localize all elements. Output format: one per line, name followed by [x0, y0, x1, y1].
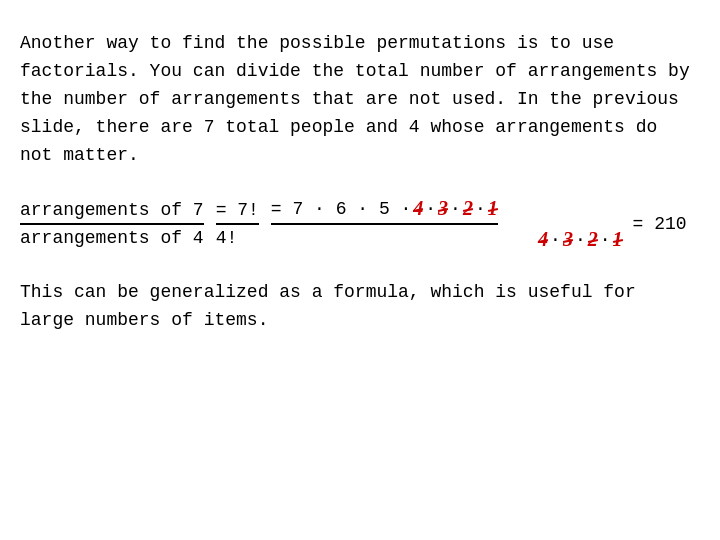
crossed-1-bottom: 1 — [613, 228, 623, 251]
expanded-fraction: = 7 · 6 · 5 · 4 · 3 · 2 · 1 4 · 3 · 2 — [271, 197, 623, 251]
conclusion-paragraph: This can be generalized as a formula, wh… — [20, 279, 700, 335]
dot1-top: · — [425, 199, 436, 219]
crossed-2-top: 2 — [463, 197, 473, 220]
numerator-prefix: = 7 · 6 · 5 · — [271, 199, 411, 219]
factorial-numerator: = 7! — [216, 200, 259, 225]
crossed-3-top: 3 — [438, 197, 448, 220]
crossed-1-top: 1 — [488, 197, 498, 220]
crossed-4-bottom: 4 — [538, 228, 548, 251]
crossed-2-bottom: 2 — [588, 228, 598, 251]
intro-text: Another way to find the possible permuta… — [20, 33, 690, 165]
left-fraction-denominator: arrangements of 4 — [20, 225, 204, 248]
dot3-top: · — [475, 199, 486, 219]
intro-paragraph: Another way to find the possible permuta… — [20, 30, 700, 169]
crossed-4-top: 4 — [413, 197, 423, 220]
dot1-bottom: · — [550, 230, 561, 250]
page: Another way to find the possible permuta… — [0, 0, 720, 540]
crossed-3-bottom: 3 — [563, 228, 573, 251]
result-equals-210: = 210 — [633, 214, 687, 234]
conclusion-text: This can be generalized as a formula, wh… — [20, 282, 636, 330]
expanded-denominator: 4 · 3 · 2 · 1 — [271, 225, 623, 251]
dot2-bottom: · — [575, 230, 586, 250]
left-fraction: arrangements of 7 arrangements of 4 — [20, 200, 204, 248]
expanded-numerator: = 7 · 6 · 5 · 4 · 3 · 2 · 1 — [271, 197, 498, 225]
dot3-bottom: · — [600, 230, 611, 250]
left-fraction-numerator: arrangements of 7 — [20, 200, 204, 225]
middle-fraction: = 7! 4! — [216, 200, 259, 248]
factorial-denominator: 4! — [216, 225, 238, 248]
denom-spacer — [271, 230, 530, 250]
dot2-top: · — [450, 199, 461, 219]
fraction-container: arrangements of 7 arrangements of 4 = 7!… — [20, 197, 700, 251]
